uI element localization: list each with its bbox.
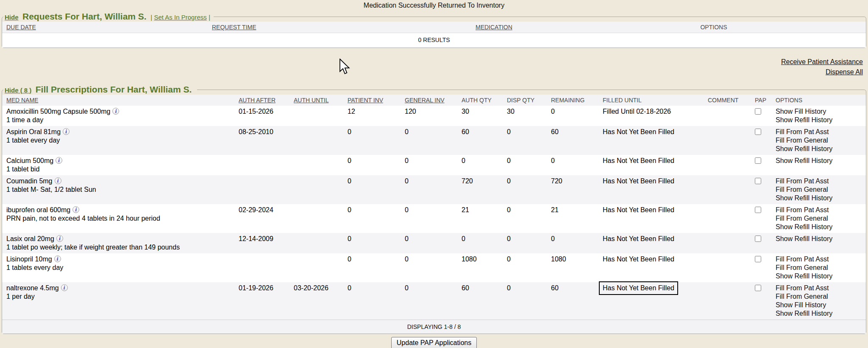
column-header-options: OPTIONS bbox=[563, 22, 866, 33]
fill-from-pat-asst-link[interactable]: Fill From Pat Asst bbox=[776, 128, 864, 136]
auth-until-value bbox=[294, 126, 348, 155]
fill-from-pat-asst-link[interactable]: Fill From Pat Asst bbox=[776, 177, 864, 185]
remaining-value: 1080 bbox=[551, 253, 603, 282]
pap-checkbox[interactable] bbox=[755, 108, 761, 115]
auth-until-value bbox=[294, 106, 348, 126]
med-name-text: Lasix oral 20mg bbox=[6, 235, 54, 242]
fill-from-general-link[interactable]: Fill From General bbox=[776, 185, 864, 194]
column-header-general-inv[interactable]: GENERAL INV bbox=[405, 95, 462, 106]
patient-inv-value: 0 bbox=[348, 126, 405, 155]
column-header-disp-qty: DISP QTY bbox=[507, 95, 551, 106]
prescription-row: naltrexone 4.5mgi 1 per day 01-19-2026 0… bbox=[2, 282, 866, 320]
fill-section-legend: Hide ( 8 ) Fill Prescriptions For Hart, … bbox=[3, 84, 197, 95]
show-refill-history-link[interactable]: Show Refill History bbox=[776, 194, 864, 202]
fill-from-pat-asst-link[interactable]: Fill From Pat Asst bbox=[776, 255, 864, 264]
prescription-row: Calcium 500mgi 1 tablet bid 0 0 0 0 0 Ha… bbox=[2, 155, 866, 175]
receive-patient-assistance-link[interactable]: Receive Patient Assistance bbox=[0, 58, 863, 66]
info-icon[interactable]: i bbox=[63, 128, 70, 135]
fill-prescriptions-section: Hide ( 8 ) Fill Prescriptions For Hart, … bbox=[2, 84, 866, 334]
info-icon[interactable]: i bbox=[112, 108, 119, 115]
comment-value bbox=[708, 253, 755, 282]
auth-qty-value: 1080 bbox=[462, 253, 507, 282]
hide-requests-link[interactable]: Hide bbox=[5, 14, 19, 21]
requests-table: DUE DATE REQUEST TIME MEDICATION OPTIONS… bbox=[2, 22, 866, 48]
auth-after-value bbox=[239, 175, 294, 204]
auth-after-value: 02-29-2024 bbox=[239, 204, 294, 233]
update-pap-bar: Update PAP Applications bbox=[0, 334, 868, 348]
remaining-value: 60 bbox=[551, 282, 603, 320]
remaining-value: 21 bbox=[551, 204, 603, 233]
show-refill-history-link[interactable]: Show Refill History bbox=[776, 235, 864, 243]
column-header-auth-until[interactable]: AUTH UNTIL bbox=[294, 95, 348, 106]
pap-checkbox[interactable] bbox=[755, 157, 761, 164]
auth-after-value: 08-25-2010 bbox=[239, 126, 294, 155]
info-icon[interactable]: i bbox=[56, 235, 63, 242]
show-refill-history-link[interactable]: Show Refill History bbox=[776, 309, 864, 318]
comment-value bbox=[708, 282, 755, 320]
auth-until-value bbox=[294, 175, 348, 204]
update-pap-button[interactable]: Update PAP Applications bbox=[391, 337, 477, 348]
info-icon[interactable]: i bbox=[54, 255, 61, 262]
column-header-medication[interactable]: MEDICATION bbox=[476, 22, 563, 33]
general-inv-value: 120 bbox=[405, 106, 462, 126]
med-name-text: Amoxicillin 500mg Capsule 500mg bbox=[6, 108, 110, 115]
show-refill-history-link[interactable]: Show Refill History bbox=[776, 223, 864, 231]
info-icon[interactable]: i bbox=[55, 177, 61, 184]
column-header-med-name[interactable]: MED NAME bbox=[2, 95, 239, 106]
auth-until-value bbox=[294, 155, 348, 175]
set-as-in-progress-link[interactable]: Set As In Progress bbox=[154, 14, 207, 21]
fill-from-general-link[interactable]: Fill From General bbox=[776, 214, 864, 223]
column-header-options: OPTIONS bbox=[776, 95, 866, 106]
fill-from-general-link[interactable]: Fill From General bbox=[776, 292, 864, 301]
auth-until-value bbox=[294, 204, 348, 233]
comment-value bbox=[708, 155, 755, 175]
disp-qty-value: 30 bbox=[507, 106, 551, 126]
prescription-row: Aspirin Oral 81mgi 1 tablet every day 08… bbox=[2, 126, 866, 155]
filled-until-value-highlighted: Has Not Yet Been Filled bbox=[599, 281, 678, 295]
dispense-all-link[interactable]: Dispense All bbox=[0, 68, 863, 76]
show-fill-history-link[interactable]: Show Fill History bbox=[776, 107, 864, 116]
filled-until-value: Filled Until 02-18-2026 bbox=[603, 106, 708, 126]
med-name-text: Aspirin Oral 81mg bbox=[6, 128, 61, 135]
remaining-value: 0 bbox=[551, 155, 603, 175]
fill-from-general-link[interactable]: Fill From General bbox=[776, 264, 864, 272]
auth-until-value bbox=[294, 253, 348, 282]
column-header-patient-inv[interactable]: PATIENT INV bbox=[348, 95, 405, 106]
disp-qty-value: 0 bbox=[507, 155, 551, 175]
patient-inv-value: 0 bbox=[348, 155, 405, 175]
fill-from-pat-asst-link[interactable]: Fill From Pat Asst bbox=[776, 206, 864, 214]
pap-checkbox[interactable] bbox=[755, 256, 761, 262]
show-refill-history-link[interactable]: Show Refill History bbox=[776, 272, 864, 281]
fill-from-pat-asst-link[interactable]: Fill From Pat Asst bbox=[776, 284, 864, 292]
remaining-value: 0 bbox=[551, 106, 603, 126]
remaining-value: 720 bbox=[551, 175, 603, 204]
pap-checkbox[interactable] bbox=[755, 207, 761, 213]
disp-qty-value: 0 bbox=[507, 253, 551, 282]
column-header-auth-after[interactable]: AUTH AFTER bbox=[239, 95, 294, 106]
show-refill-history-link[interactable]: Show Refill History bbox=[776, 116, 864, 124]
med-name-text: naltrexone 4.5mg bbox=[6, 284, 59, 292]
column-header-comment: COMMENT bbox=[708, 95, 755, 106]
info-icon[interactable]: i bbox=[72, 206, 79, 213]
column-header-request-time[interactable]: REQUEST TIME bbox=[212, 22, 476, 33]
requests-section-legend: Hide Requests For Hart, William S. | Set… bbox=[3, 11, 214, 22]
pap-checkbox[interactable] bbox=[755, 178, 761, 184]
column-header-auth-qty: AUTH QTY bbox=[462, 95, 507, 106]
fill-table-header-row: MED NAME AUTH AFTER AUTH UNTIL PATIENT I… bbox=[2, 95, 866, 106]
med-instructions: PRN pain, not to exceed 4 tablets in 24 … bbox=[6, 214, 237, 223]
hide-fill-link[interactable]: Hide ( 8 ) bbox=[5, 87, 31, 94]
pap-checkbox[interactable] bbox=[755, 236, 761, 242]
column-header-due-date[interactable]: DUE DATE bbox=[2, 22, 212, 33]
show-refill-history-link[interactable]: Show Refill History bbox=[776, 145, 864, 153]
fill-from-general-link[interactable]: Fill From General bbox=[776, 136, 864, 145]
show-refill-history-link[interactable]: Show Refill History bbox=[776, 157, 864, 165]
pap-checkbox[interactable] bbox=[755, 285, 761, 291]
info-icon[interactable]: i bbox=[56, 157, 62, 164]
auth-qty-value: 0 bbox=[462, 233, 507, 253]
show-fill-history-link[interactable]: Show Fill History bbox=[776, 301, 864, 309]
auth-qty-value: 30 bbox=[462, 106, 507, 126]
info-icon[interactable]: i bbox=[61, 284, 68, 291]
pap-checkbox[interactable] bbox=[755, 129, 761, 135]
column-header-filled-until: FILLED UNTIL bbox=[603, 95, 708, 106]
comment-value bbox=[708, 106, 755, 126]
